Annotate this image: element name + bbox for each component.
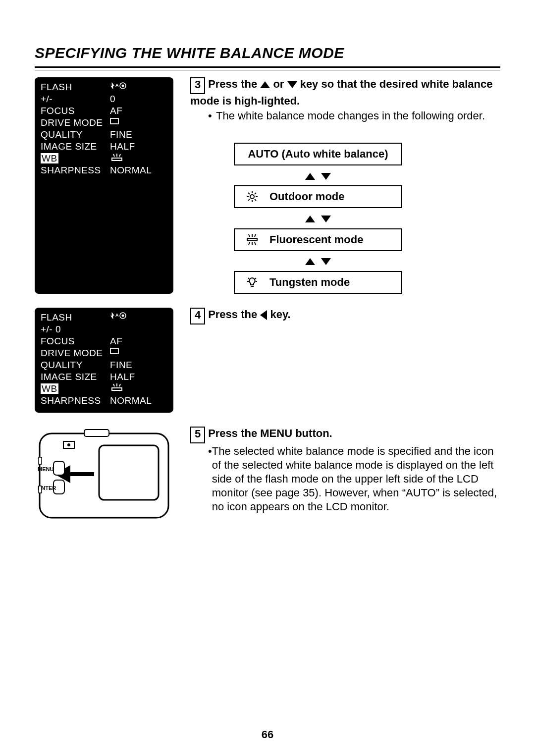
lcd-row-value: 0 [110,94,167,105]
lcd-row: SHARPNESSNORMAL [41,164,167,176]
lcd-row-label: SHARPNESS [41,395,110,406]
lcd-screen-2: FLASH+/- 0FOCUSAFDRIVE MODEQUALITYFINEIM… [35,308,173,413]
lcd-row: QUALITYFINE [41,359,167,371]
t: key. [267,308,290,321]
lcd-row: WB [41,153,167,164]
lcd-screen-1: FLASH+/-0FOCUSAFDRIVE MODEQUALITYFINEIMA… [35,77,173,294]
t: Press the [208,308,260,321]
t: Tungsten mode [269,275,350,289]
title-rule [35,66,500,70]
triangle-down-icon [287,81,297,88]
triangle-up-icon [305,258,315,265]
lcd-row-value: NORMAL [110,165,167,176]
step4-heading: Press the key. [208,308,290,321]
lcd-row-value: AF [110,106,167,116]
lcd-row-label: WB [41,153,110,164]
step5-bullet: The selected white balance mode is speci… [212,444,500,514]
wb-mode-flow: AUTO (Auto white balance) Outdoor mode F… [234,143,402,293]
t: Press the [208,78,260,90]
bullet: • [208,444,212,514]
lcd-row: DRIVE MODE [41,347,167,359]
lcd-row-value: NORMAL [110,395,167,406]
lcd-row: IMAGE SIZEHALF [41,371,167,383]
lcd-row-label: WB [41,383,110,394]
triangle-up-icon [305,216,315,222]
lcd-row-value: FINE [110,360,167,371]
t: Outdoor mode [269,190,345,204]
lcd-row-value: HALF [110,372,167,382]
sun-icon [235,191,269,203]
lcd-row-label: IMAGE SIZE [41,141,110,152]
svg-rect-37 [39,486,42,493]
triangle-down-icon [321,258,331,265]
lcd-row-label: FOCUS [41,106,110,116]
triangle-up-icon [260,81,270,88]
step-number: 3 [190,77,205,94]
lcd-row: FLASH [41,312,167,324]
lcd-row-value [110,82,167,93]
page-title: SPECIFYING THE WHITE BALANCE MODE [35,45,500,61]
step-number: 5 [190,427,205,443]
flow-outdoor: Outdoor mode [234,185,402,208]
lcd-row-value: FINE [110,129,167,140]
lcd-row-value [110,153,167,164]
lcd-row-label: QUALITY [41,360,110,371]
lcd-row-label: FOCUS [41,336,110,347]
lcd-row: FOCUSAF [41,105,167,117]
svg-rect-34 [54,461,64,475]
triangle-down-icon [321,216,331,222]
step5-heading: Press the MENU button. [208,427,332,439]
flow-arrows [234,165,402,185]
page-number: 66 [0,728,535,741]
lcd-row: WB [41,383,167,395]
triangle-up-icon [305,173,315,180]
svg-point-32 [67,443,70,446]
lcd-row-label: FLASH [41,312,110,323]
lcd-row-value: AF [110,336,167,347]
flow-auto: AUTO (Auto white balance) [234,143,402,165]
lcd-row-label: DRIVE MODE [41,117,110,128]
t: Fluorescent mode [269,233,363,247]
t: AUTO (Auto white balance) [248,147,388,161]
lcd-row-label: SHARPNESS [41,165,110,176]
lcd-row-label: IMAGE SIZE [41,372,110,382]
menu-button-label: MENU [38,466,54,472]
lcd-row: QUALITYFINE [41,129,167,141]
triangle-down-icon [321,173,331,180]
lcd-row-value [110,347,167,359]
step3-bullet: The white balance mode changes in the fo… [216,109,485,123]
bullet: • [208,109,216,123]
svg-rect-30 [99,445,159,500]
lcd-row: SHARPNESSNORMAL [41,395,167,407]
lcd-row: DRIVE MODE [41,117,167,129]
lcd-row-label: QUALITY [41,129,110,140]
lcd-row: FLASH [41,81,167,93]
step-number: 4 [190,308,205,324]
lcd-row: FOCUSAF [41,335,167,347]
lcd-row-label: DRIVE MODE [41,348,110,359]
fluorescent-icon [235,233,269,246]
flow-arrows [234,208,402,228]
svg-rect-36 [39,457,42,464]
triangle-left-icon [260,310,267,320]
lcd-row-value [110,383,167,394]
bulb-icon [235,276,269,288]
flow-fluorescent: Fluorescent mode [234,228,402,251]
lcd-row-label: +/- [41,94,110,105]
lcd-row: IMAGE SIZEHALF [41,141,167,153]
lcd-row-label: +/- 0 [41,324,110,335]
svg-rect-29 [84,430,109,436]
lcd-row-value [110,117,167,129]
lcd-row-value: HALF [110,141,167,152]
t: or [270,78,287,90]
flow-arrows [234,251,402,271]
camera-diagram: MENU ENTER [35,427,173,521]
lcd-row-label: FLASH [41,82,110,93]
lcd-row: +/- 0 [41,324,167,335]
flow-tungsten: Tungsten mode [234,271,402,294]
lcd-row-value [110,312,167,323]
lcd-row: +/-0 [41,93,167,105]
step3-heading: Press the or key so that the desired whi… [190,78,492,107]
